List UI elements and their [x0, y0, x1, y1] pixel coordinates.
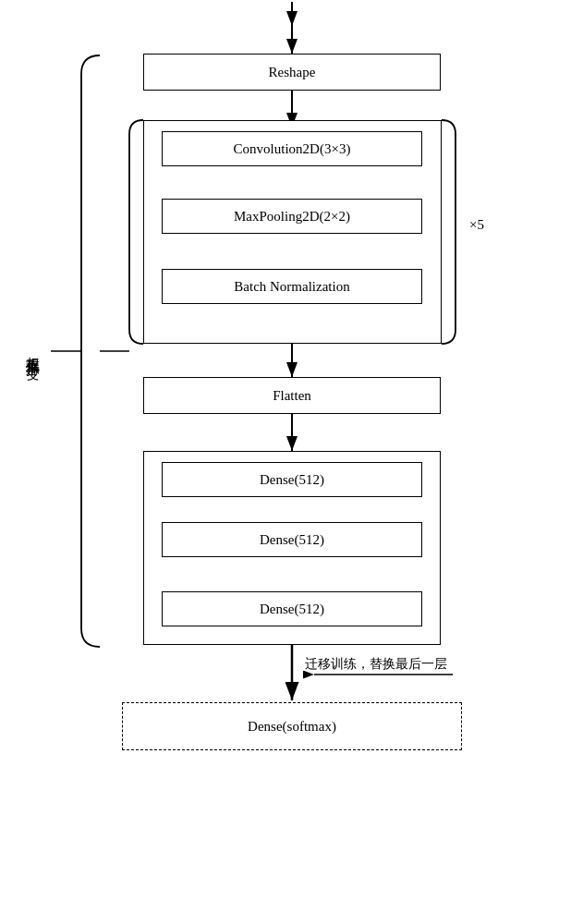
reshape-box: Reshape: [143, 54, 441, 91]
conv2d-label: Convolution2D(3×3): [234, 141, 351, 157]
top-arrow: [273, 0, 310, 32]
maxpool-box: MaxPooling2D(2×2): [162, 199, 422, 234]
repeat-annotation: ×5: [469, 217, 484, 233]
maxpool-label: MaxPooling2D(2×2): [234, 209, 350, 225]
conv2d-box: Convolution2D(3×3): [162, 131, 422, 166]
transfer-annotation: 迁移训练，替换最后一层: [305, 656, 447, 673]
softmax-box: Dense(softmax): [122, 702, 462, 750]
softmax-label: Dense(softmax): [248, 719, 336, 735]
dense1-label: Dense(512): [260, 472, 324, 488]
freeze-label: 权重保持不变: [18, 203, 46, 499]
dense1-box: Dense(512): [162, 462, 422, 497]
dense3-box: Dense(512): [162, 591, 422, 626]
flatten-box: Flatten: [143, 377, 441, 414]
flatten-label: Flatten: [273, 388, 311, 404]
diagram-container: Reshape Convolution2D(3×3) MaxPooling2D(…: [0, 0, 583, 924]
batchnorm-box: Batch Normalization: [162, 269, 422, 304]
reshape-label: Reshape: [269, 65, 316, 80]
dense3-label: Dense(512): [260, 602, 324, 617]
dense2-box: Dense(512): [162, 522, 422, 557]
batchnorm-label: Batch Normalization: [234, 279, 349, 295]
dense2-label: Dense(512): [260, 532, 324, 548]
